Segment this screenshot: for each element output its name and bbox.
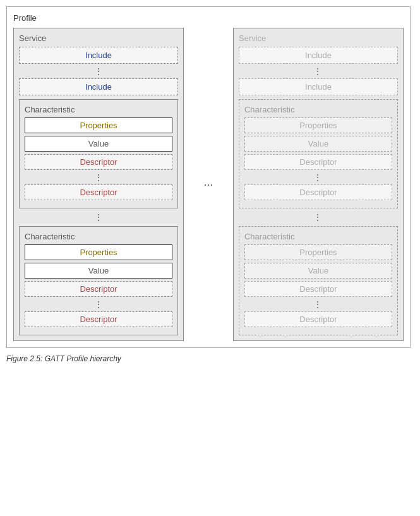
left-char-bottom-ellipsis: ⋮ [25, 299, 172, 309]
left-char-top-descriptor-top: Descriptor [25, 154, 172, 170]
left-char-top-properties: Properties [25, 117, 172, 133]
left-chars-section: Characteristic Properties Value Descript… [19, 99, 178, 335]
left-char-top: Characteristic Properties Value Descript… [19, 99, 178, 208]
left-char-bottom: Characteristic Properties Value Descript… [19, 226, 178, 335]
right-char-top-descriptor-top: Descriptor [244, 154, 392, 170]
right-chars-ellipsis: ⋮ [239, 212, 398, 222]
left-char-top-label: Characteristic [25, 105, 172, 114]
figure-caption: Figure 2.5: GATT Profile hierarchy [6, 354, 414, 363]
right-include-top: Include [239, 47, 398, 64]
left-include-top: Include [19, 47, 178, 64]
left-service-box: Service Include ⋮ Include Characteristic… [13, 28, 184, 341]
right-char-top-properties: Properties [244, 117, 392, 133]
left-char-top-value: Value [25, 136, 172, 152]
services-row: Service Include ⋮ Include Characteristic… [13, 28, 404, 341]
right-service-label: Service [239, 33, 398, 43]
right-char-bottom-label: Characteristic [244, 232, 392, 241]
right-include-bottom: Include [239, 78, 398, 95]
right-char-top-label: Characteristic [244, 105, 392, 114]
right-char-bottom-descriptor-top: Descriptor [244, 281, 392, 297]
left-char-bottom-properties: Properties [25, 244, 172, 260]
profile-diagram: Profile Service Include ⋮ Include Charac… [6, 6, 411, 348]
right-service-box: Service Include ⋮ Include Characteristic… [233, 28, 404, 341]
right-char-top-value: Value [244, 136, 392, 152]
left-include-bottom: Include [19, 78, 178, 95]
left-char-top-descriptor-bottom: Descriptor [25, 184, 172, 200]
right-chars-section: Characteristic Properties Value Descript… [239, 99, 398, 335]
right-char-bottom-properties: Properties [244, 244, 392, 260]
left-char-top-ellipsis: ⋮ [25, 172, 172, 183]
profile-label: Profile [13, 13, 404, 23]
right-char-top-ellipsis: ⋮ [244, 172, 392, 183]
right-char-bottom: Characteristic Properties Value Descript… [239, 226, 398, 335]
right-include-ellipsis: ⋮ [239, 66, 398, 76]
left-char-bottom-value: Value [25, 263, 172, 279]
left-char-bottom-label: Characteristic [25, 232, 172, 241]
left-include-ellipsis: ⋮ [19, 66, 178, 76]
left-char-bottom-descriptor-bottom: Descriptor [25, 311, 172, 327]
right-char-bottom-descriptor-bottom: Descriptor [244, 311, 392, 327]
right-char-bottom-value: Value [244, 263, 392, 279]
right-char-top-descriptor-bottom: Descriptor [244, 184, 392, 200]
left-chars-ellipsis: ⋮ [19, 212, 178, 222]
right-char-bottom-ellipsis: ⋮ [244, 299, 392, 309]
right-char-top: Characteristic Properties Value Descript… [239, 99, 398, 208]
horizontal-ellipsis: ··· [198, 178, 218, 191]
left-service-label: Service [19, 33, 178, 43]
left-char-bottom-descriptor-top: Descriptor [25, 281, 172, 297]
